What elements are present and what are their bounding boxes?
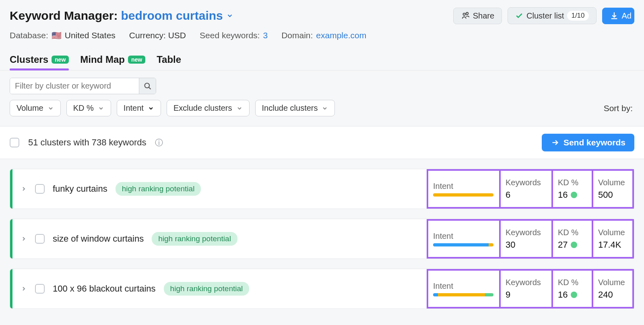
kd-difficulty-dot-icon (571, 192, 577, 198)
filter-intent[interactable]: Intent (117, 100, 161, 116)
metric-volume-value: 17.4K (598, 240, 627, 250)
intent-bar (433, 243, 493, 246)
cluster-list-button[interactable]: Cluster list 1/10 (508, 7, 596, 24)
svg-point-0 (463, 13, 465, 16)
metric-keywords-label: Keywords (506, 228, 547, 237)
metric-intent-label: Intent (433, 282, 494, 291)
metric-kd: KD %27 (551, 219, 592, 259)
metric-kd-value: 27 (558, 240, 587, 250)
filter-kd[interactable]: KD % (66, 100, 111, 116)
metric-kd-label: KD % (558, 278, 587, 287)
cluster-checkbox[interactable] (35, 184, 45, 194)
tab-table[interactable]: Table (157, 54, 181, 70)
chevron-down-icon (226, 12, 233, 19)
metric-kd-value: 16 (558, 190, 587, 200)
metric-kd-label: KD % (558, 228, 587, 237)
metric-volume-value: 240 (598, 290, 627, 300)
search-button[interactable] (139, 78, 156, 94)
cluster-name[interactable]: 100 x 96 blackout curtains (53, 284, 156, 294)
metric-keywords: Keywords30 (499, 219, 551, 259)
metric-kd: KD %16 (551, 169, 592, 209)
cluster-checkbox[interactable] (35, 234, 45, 244)
chevron-down-icon (322, 105, 328, 112)
filter-exclude-label: Exclude clusters (173, 104, 232, 113)
metric-volume: Volume17.4K (592, 219, 634, 259)
search-input[interactable] (10, 78, 139, 94)
metric-keywords: Keywords9 (499, 269, 551, 308)
add-label: Ad (622, 11, 632, 21)
keyword-dropdown[interactable]: bedroom curtains (121, 9, 233, 23)
metric-volume: Volume500 (592, 169, 634, 209)
chevron-down-icon (148, 105, 154, 112)
chevron-down-icon (236, 105, 243, 112)
metric-volume-label: Volume (598, 228, 627, 237)
tab-clusters[interactable]: Clusters new (10, 54, 69, 70)
domain-value[interactable]: example.com (316, 31, 366, 40)
keyword-name: bedroom curtains (121, 9, 223, 23)
high-ranking-potential-badge: high ranking potential (164, 282, 250, 296)
metric-keywords: Keywords6 (499, 169, 551, 209)
summary-text: 51 clusters with 738 keywords (28, 137, 146, 148)
tab-table-label: Table (157, 54, 181, 65)
database-label: Database: (10, 31, 48, 40)
meta-row: Database: 🇺🇸 United States Currency: USD… (10, 24, 634, 43)
intent-bar (433, 193, 493, 197)
chevron-down-icon (98, 105, 104, 112)
share-icon (461, 11, 470, 20)
metric-volume-label: Volume (598, 278, 627, 287)
metric-intent-label: Intent (433, 182, 494, 191)
share-button[interactable]: Share (453, 8, 502, 24)
filter-volume[interactable]: Volume (10, 100, 61, 116)
filter-include-label: Include clusters (262, 104, 318, 113)
page-title-prefix: Keyword Manager: (10, 9, 118, 23)
svg-point-1 (466, 12, 469, 15)
expand-chevron-icon[interactable] (21, 236, 27, 242)
seed-label: Seed keywords: (200, 31, 260, 40)
database-value: United States (65, 31, 116, 40)
metric-keywords-label: Keywords (506, 178, 547, 187)
filter-volume-label: Volume (17, 104, 43, 113)
cluster-list-count: 1/10 (567, 11, 588, 21)
download-icon (610, 11, 619, 20)
currency-item: Currency: USD (129, 31, 186, 40)
title-row: Keyword Manager: bedroom curtains Share … (10, 7, 634, 24)
seed-value[interactable]: 3 (263, 31, 268, 40)
metric-kd-label: KD % (558, 178, 587, 187)
check-icon (515, 12, 523, 20)
metric-volume-label: Volume (598, 178, 627, 187)
tabs: Clusters new Mind Map new Table (0, 43, 644, 70)
add-button[interactable]: Ad (602, 8, 634, 24)
new-badge: new (128, 56, 145, 64)
tab-mindmap[interactable]: Mind Map new (80, 54, 145, 70)
cluster-row: size of window curtainshigh ranking pote… (10, 219, 634, 259)
high-ranking-potential-badge: high ranking potential (116, 182, 201, 196)
metric-kd: KD %16 (551, 269, 592, 308)
tab-clusters-label: Clusters (10, 54, 48, 65)
filter-kd-label: KD % (73, 104, 94, 113)
sort-by-label: Sort by: (604, 104, 634, 113)
metric-intent: Intent (427, 169, 499, 209)
filter-exclude-clusters[interactable]: Exclude clusters (167, 100, 250, 116)
us-flag-icon: 🇺🇸 (52, 31, 62, 40)
metric-intent: Intent (427, 269, 499, 308)
kd-difficulty-dot-icon (571, 292, 577, 298)
select-all-checkbox[interactable] (10, 138, 19, 147)
filter-include-clusters[interactable]: Include clusters (255, 100, 335, 116)
domain-label: Domain: (281, 31, 313, 40)
cluster-name[interactable]: funky curtains (53, 184, 107, 194)
search-wrap (10, 78, 156, 94)
send-keywords-button[interactable]: Send keywords (542, 134, 634, 151)
intent-bar (433, 293, 493, 296)
share-label: Share (473, 11, 494, 21)
cluster-name[interactable]: size of window curtains (53, 234, 144, 244)
cluster-row: 100 x 96 blackout curtainshigh ranking p… (10, 269, 634, 309)
cluster-checkbox[interactable] (35, 284, 45, 294)
expand-chevron-icon[interactable] (21, 186, 27, 192)
svg-line-3 (149, 87, 151, 89)
svg-point-2 (144, 83, 149, 88)
kd-difficulty-dot-icon (571, 242, 577, 248)
expand-chevron-icon[interactable] (21, 286, 27, 292)
metric-volume-value: 500 (598, 190, 627, 200)
metric-keywords-value: 30 (506, 240, 547, 250)
info-icon[interactable]: ⓘ (155, 137, 163, 148)
